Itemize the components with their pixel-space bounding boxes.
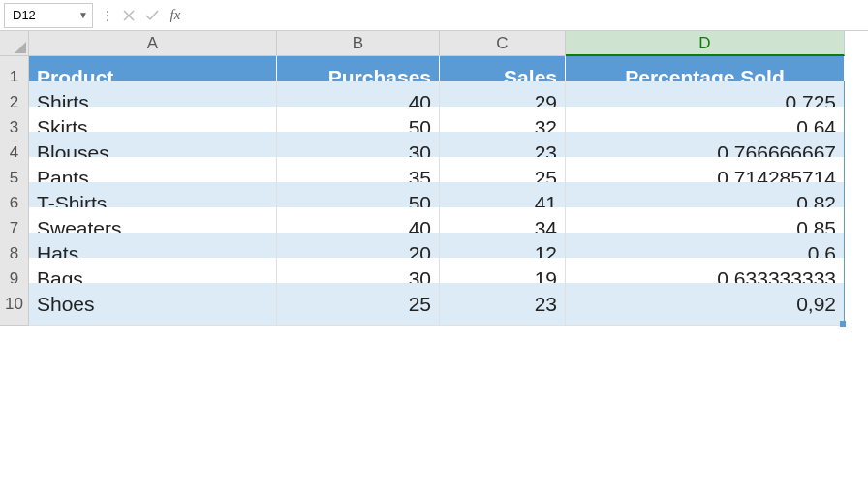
row-head[interactable]: 10 (0, 283, 29, 326)
confirm-icon[interactable] (143, 7, 161, 24)
col-head-c[interactable]: C (440, 31, 566, 56)
cell-pct[interactable]: 0,92 (566, 283, 845, 326)
spreadsheet-grid[interactable]: A B C D 1 Product Purchases Sales Percen… (0, 31, 868, 308)
col-head-b[interactable]: B (277, 31, 440, 56)
separator: ⋮ (99, 8, 116, 23)
chevron-down-icon[interactable]: ▼ (78, 10, 88, 20)
cell-product[interactable]: Shoes (29, 283, 277, 326)
cancel-icon[interactable] (120, 7, 138, 24)
formula-input[interactable] (188, 3, 868, 28)
name-box[interactable]: D12 ▼ (4, 3, 93, 28)
name-box-value: D12 (13, 8, 36, 22)
col-head-d[interactable]: D (566, 31, 845, 56)
cell-purchases[interactable]: 25 (277, 283, 440, 326)
formula-bar-buttons: fx (116, 7, 188, 24)
select-all-corner[interactable] (0, 31, 29, 56)
cell-sales[interactable]: 23 (440, 283, 566, 326)
formula-bar: D12 ▼ ⋮ fx (0, 0, 868, 31)
fx-icon[interactable]: fx (167, 7, 184, 24)
col-head-a[interactable]: A (29, 31, 277, 56)
